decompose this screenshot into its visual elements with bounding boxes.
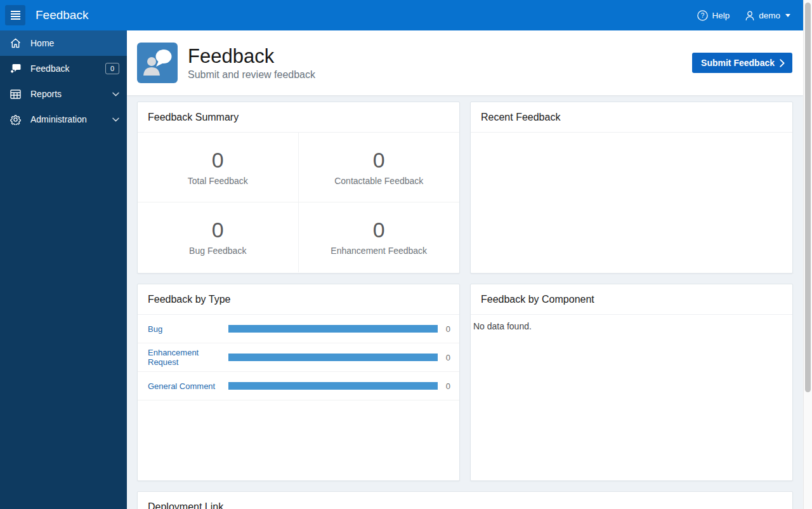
help-label: Help <box>712 11 730 20</box>
stat-value: 0 <box>212 219 224 241</box>
page-scrollbar[interactable] <box>803 0 812 509</box>
help-link[interactable]: ? Help <box>697 10 730 21</box>
home-icon <box>10 38 21 49</box>
sidebar-item-reports[interactable]: Reports <box>0 81 127 107</box>
card-title: Feedback Summary <box>138 102 459 133</box>
page-header: Feedback Submit and review feedback Subm… <box>127 30 803 95</box>
stat-contactable-feedback: 0 Contactable Feedback <box>299 133 460 202</box>
sidebar-item-label: Administration <box>30 114 87 124</box>
chart-row-general-comment: General Comment 0 <box>138 372 459 400</box>
sidebar: Home Feedback 0 Reports Administration <box>0 30 127 509</box>
general-comment-link[interactable]: General Comment <box>148 381 228 391</box>
no-data-message: No data found. <box>471 315 792 338</box>
sidebar-item-label: Home <box>30 38 54 48</box>
sidebar-item-label: Reports <box>30 89 62 99</box>
chart-row-enhancement-request: Enhancement Request 0 <box>138 343 459 372</box>
page-subtitle: Submit and review feedback <box>188 69 315 81</box>
caret-down-icon <box>785 14 790 17</box>
enhancement-request-link[interactable]: Enhancement Request <box>148 348 228 367</box>
stat-enhancement-feedback: 0 Enhancement Feedback <box>299 202 460 272</box>
submit-feedback-button[interactable]: Submit Feedback <box>692 53 792 73</box>
svg-text:?: ? <box>701 12 705 19</box>
stat-total-feedback: 0 Total Feedback <box>138 133 299 202</box>
stat-value: 0 <box>373 219 385 241</box>
topbar: Feedback ? Help demo <box>0 0 803 30</box>
chevron-down-icon <box>112 92 119 96</box>
deployment-link-card: Deployment Link <box>137 491 793 509</box>
menu-toggle-button[interactable] <box>5 5 25 25</box>
feedback-summary-card: Feedback Summary 0 Total Feedback 0 Cont… <box>137 102 460 274</box>
table-icon <box>10 89 21 100</box>
bug-value: 0 <box>443 324 450 334</box>
general-comment-bar <box>228 382 438 390</box>
submit-feedback-label: Submit Feedback <box>701 58 775 68</box>
bug-link[interactable]: Bug <box>148 324 228 334</box>
dashboard-content: Feedback Summary 0 Total Feedback 0 Cont… <box>127 95 803 509</box>
scrollbar-thumb[interactable] <box>805 3 811 392</box>
user-label: demo <box>759 11 780 20</box>
feedback-by-type-card: Feedback by Type Bug 0 Enhancement Reque… <box>137 284 460 481</box>
sidebar-item-administration[interactable]: Administration <box>0 107 127 132</box>
sidebar-item-feedback[interactable]: Feedback 0 <box>0 56 127 81</box>
stat-label: Enhancement Feedback <box>331 246 427 256</box>
chart-row-bug: Bug 0 <box>138 315 459 343</box>
stat-value: 0 <box>212 149 224 171</box>
feedback-by-type-chart: Bug 0 Enhancement Request 0 General Comm… <box>138 315 459 400</box>
sidebar-item-label: Feedback <box>30 63 69 74</box>
enhancement-request-value: 0 <box>443 353 450 362</box>
card-title: Recent Feedback <box>471 102 792 133</box>
enhancement-request-bar <box>228 354 438 361</box>
recent-feedback-card: Recent Feedback <box>470 102 793 274</box>
feedback-count-badge: 0 <box>105 63 119 74</box>
feedback-app-icon <box>137 43 178 83</box>
page-title: Feedback <box>188 45 315 68</box>
stat-label: Total Feedback <box>188 176 248 186</box>
gear-icon <box>10 114 21 125</box>
main-region: Feedback Submit and review feedback Subm… <box>127 30 803 509</box>
stat-label: Bug Feedback <box>189 246 246 256</box>
sidebar-item-home[interactable]: Home <box>0 30 127 56</box>
card-title: Feedback by Type <box>138 284 459 315</box>
feedback-by-component-card: Feedback by Component No data found. <box>470 284 793 481</box>
app-title: Feedback <box>36 8 88 22</box>
bug-bar <box>228 325 438 333</box>
stat-bug-feedback: 0 Bug Feedback <box>138 202 299 272</box>
stat-label: Contactable Feedback <box>334 176 423 186</box>
chevron-down-icon <box>112 117 119 122</box>
card-title: Feedback by Component <box>471 284 792 315</box>
user-menu[interactable]: demo <box>745 10 790 21</box>
chevron-right-icon <box>780 59 785 67</box>
help-icon: ? <box>697 10 708 21</box>
user-icon <box>745 10 755 21</box>
speech-bubbles-icon <box>10 63 21 74</box>
stat-value: 0 <box>373 149 385 171</box>
card-title: Deployment Link <box>138 492 792 509</box>
general-comment-value: 0 <box>443 381 450 391</box>
